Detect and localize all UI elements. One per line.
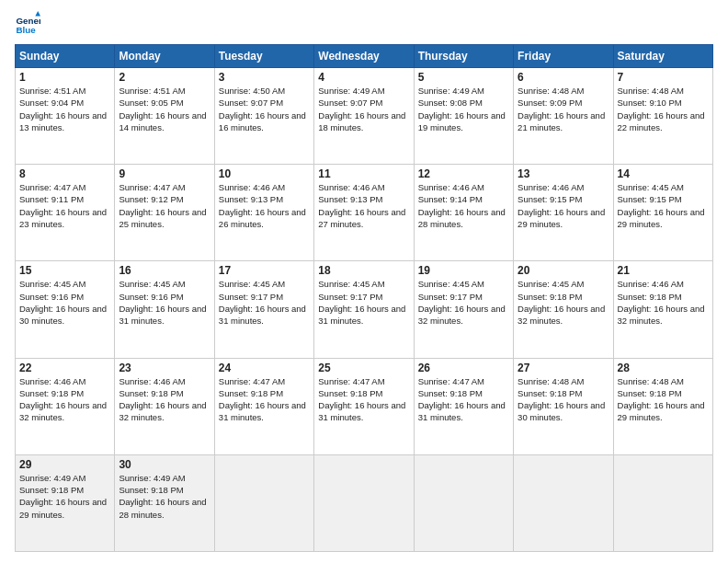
sunset-label: Sunset: 9:17 PM — [418, 292, 483, 302]
sunrise-label: Sunrise: 4:48 AM — [518, 86, 584, 96]
calendar-header-row: SundayMondayTuesdayWednesdayThursdayFrid… — [16, 45, 713, 68]
day-number: 28 — [618, 362, 709, 374]
sunset-label: Sunset: 9:18 PM — [219, 388, 283, 398]
day-info: Sunrise: 4:49 AM Sunset: 9:18 PM Dayligh… — [19, 472, 110, 521]
daylight-label: Daylight: 16 hours and 29 minutes. — [19, 497, 107, 519]
calendar-day-cell: 4 Sunrise: 4:49 AM Sunset: 9:07 PM Dayli… — [314, 68, 414, 165]
sunrise-label: Sunrise: 4:51 AM — [119, 86, 185, 96]
sunset-label: Sunset: 9:05 PM — [119, 98, 183, 108]
sunset-label: Sunset: 9:18 PM — [618, 388, 682, 398]
calendar-day-cell: 2 Sunrise: 4:51 AM Sunset: 9:05 PM Dayli… — [115, 68, 214, 165]
calendar-day-cell: 13 Sunrise: 4:46 AM Sunset: 9:15 PM Dayl… — [514, 165, 613, 261]
day-number: 13 — [518, 167, 609, 180]
day-info: Sunrise: 4:46 AM Sunset: 9:14 PM Dayligh… — [418, 181, 509, 230]
day-info: Sunrise: 4:48 AM Sunset: 9:18 PM Dayligh… — [518, 375, 609, 424]
sunrise-label: Sunrise: 4:47 AM — [19, 182, 85, 192]
sunrise-label: Sunrise: 4:46 AM — [518, 182, 584, 192]
sunset-label: Sunset: 9:14 PM — [418, 194, 483, 204]
sunset-label: Sunset: 9:16 PM — [19, 292, 84, 302]
calendar-day-cell: 25 Sunrise: 4:47 AM Sunset: 9:18 PM Dayl… — [314, 358, 414, 454]
day-info: Sunrise: 4:46 AM Sunset: 9:18 PM Dayligh… — [19, 375, 110, 424]
day-number: 18 — [318, 264, 409, 277]
calendar-day-cell: 27 Sunrise: 4:48 AM Sunset: 9:18 PM Dayl… — [514, 358, 613, 454]
sunset-label: Sunset: 9:13 PM — [318, 194, 382, 204]
calendar-day-cell: 12 Sunrise: 4:46 AM Sunset: 9:14 PM Dayl… — [414, 165, 513, 261]
day-number: 9 — [119, 167, 210, 180]
sunrise-label: Sunrise: 4:48 AM — [618, 376, 684, 386]
sunrise-label: Sunrise: 4:46 AM — [318, 182, 384, 192]
calendar-day-cell: 11 Sunrise: 4:46 AM Sunset: 9:13 PM Dayl… — [314, 165, 414, 261]
calendar-day-cell: 28 Sunrise: 4:48 AM Sunset: 9:18 PM Dayl… — [613, 358, 712, 454]
calendar-day-cell: 26 Sunrise: 4:47 AM Sunset: 9:18 PM Dayl… — [414, 358, 513, 454]
day-number: 20 — [518, 264, 609, 277]
sunset-label: Sunset: 9:09 PM — [518, 98, 582, 108]
sunset-label: Sunset: 9:18 PM — [119, 485, 183, 495]
sunrise-label: Sunrise: 4:49 AM — [19, 473, 85, 483]
sunrise-label: Sunrise: 4:47 AM — [219, 376, 285, 386]
daylight-label: Daylight: 16 hours and 29 minutes. — [618, 400, 705, 422]
sunrise-label: Sunrise: 4:48 AM — [618, 86, 684, 96]
daylight-label: Daylight: 16 hours and 25 minutes. — [119, 207, 206, 229]
day-info: Sunrise: 4:50 AM Sunset: 9:07 PM Dayligh… — [219, 85, 310, 133]
daylight-label: Daylight: 16 hours and 30 minutes. — [19, 304, 107, 326]
calendar-day-cell: 6 Sunrise: 4:48 AM Sunset: 9:09 PM Dayli… — [514, 68, 613, 165]
day-info: Sunrise: 4:46 AM Sunset: 9:18 PM Dayligh… — [119, 375, 210, 424]
sunrise-label: Sunrise: 4:46 AM — [418, 182, 484, 192]
sunrise-label: Sunrise: 4:46 AM — [119, 376, 185, 386]
daylight-label: Daylight: 16 hours and 13 minutes. — [19, 110, 107, 132]
calendar-week-row: 29 Sunrise: 4:49 AM Sunset: 9:18 PM Dayl… — [16, 454, 713, 551]
daylight-label: Daylight: 16 hours and 30 minutes. — [518, 400, 605, 422]
day-info: Sunrise: 4:51 AM Sunset: 9:04 PM Dayligh… — [19, 85, 110, 133]
day-number: 19 — [418, 264, 509, 277]
daylight-label: Daylight: 16 hours and 32 minutes. — [518, 304, 605, 326]
day-info: Sunrise: 4:45 AM Sunset: 9:18 PM Dayligh… — [518, 278, 609, 327]
day-number: 3 — [219, 71, 310, 84]
daylight-label: Daylight: 16 hours and 32 minutes. — [618, 304, 705, 326]
daylight-label: Daylight: 16 hours and 21 minutes. — [518, 110, 605, 132]
calendar-day-cell — [414, 454, 513, 551]
day-info: Sunrise: 4:47 AM Sunset: 9:18 PM Dayligh… — [418, 375, 509, 424]
calendar-day-cell: 19 Sunrise: 4:45 AM Sunset: 9:17 PM Dayl… — [414, 261, 513, 358]
day-number: 10 — [219, 167, 310, 180]
day-info: Sunrise: 4:45 AM Sunset: 9:16 PM Dayligh… — [19, 278, 110, 327]
sunrise-label: Sunrise: 4:46 AM — [618, 279, 684, 289]
sunset-label: Sunset: 9:18 PM — [19, 388, 84, 398]
day-info: Sunrise: 4:48 AM Sunset: 9:09 PM Dayligh… — [518, 85, 609, 133]
sunrise-label: Sunrise: 4:47 AM — [119, 182, 185, 192]
day-number: 5 — [418, 71, 509, 84]
daylight-label: Daylight: 16 hours and 31 minutes. — [219, 304, 306, 326]
day-number: 27 — [518, 362, 609, 374]
day-number: 1 — [19, 71, 110, 84]
sunset-label: Sunset: 9:18 PM — [19, 485, 84, 495]
sunset-label: Sunset: 9:17 PM — [219, 292, 283, 302]
sunrise-label: Sunrise: 4:45 AM — [618, 182, 684, 192]
day-number: 6 — [518, 71, 609, 84]
day-header: Wednesday — [314, 45, 414, 68]
sunrise-label: Sunrise: 4:47 AM — [418, 376, 484, 386]
calendar-day-cell: 9 Sunrise: 4:47 AM Sunset: 9:12 PM Dayli… — [115, 165, 214, 261]
day-info: Sunrise: 4:47 AM Sunset: 9:18 PM Dayligh… — [318, 375, 409, 424]
daylight-label: Daylight: 16 hours and 14 minutes. — [119, 110, 206, 132]
sunset-label: Sunset: 9:12 PM — [119, 194, 183, 204]
sunset-label: Sunset: 9:18 PM — [518, 292, 582, 302]
daylight-label: Daylight: 16 hours and 29 minutes. — [518, 207, 605, 229]
calendar-week-row: 22 Sunrise: 4:46 AM Sunset: 9:18 PM Dayl… — [16, 358, 713, 454]
sunset-label: Sunset: 9:18 PM — [418, 388, 483, 398]
calendar-day-cell: 17 Sunrise: 4:45 AM Sunset: 9:17 PM Dayl… — [214, 261, 313, 358]
day-info: Sunrise: 4:47 AM Sunset: 9:12 PM Dayligh… — [119, 181, 210, 230]
sunrise-label: Sunrise: 4:45 AM — [518, 279, 584, 289]
daylight-label: Daylight: 16 hours and 27 minutes. — [318, 207, 405, 229]
sunrise-label: Sunrise: 4:45 AM — [318, 279, 384, 289]
sunset-label: Sunset: 9:15 PM — [518, 194, 582, 204]
daylight-label: Daylight: 16 hours and 29 minutes. — [618, 207, 705, 229]
sunrise-label: Sunrise: 4:45 AM — [219, 279, 285, 289]
day-info: Sunrise: 4:49 AM Sunset: 9:18 PM Dayligh… — [119, 472, 210, 521]
sunset-label: Sunset: 9:18 PM — [518, 388, 582, 398]
daylight-label: Daylight: 16 hours and 23 minutes. — [19, 207, 107, 229]
day-info: Sunrise: 4:48 AM Sunset: 9:10 PM Dayligh… — [618, 85, 709, 133]
calendar-day-cell: 22 Sunrise: 4:46 AM Sunset: 9:18 PM Dayl… — [16, 358, 115, 454]
day-info: Sunrise: 4:47 AM Sunset: 9:11 PM Dayligh… — [19, 181, 110, 230]
sunrise-label: Sunrise: 4:50 AM — [219, 86, 285, 96]
daylight-label: Daylight: 16 hours and 16 minutes. — [219, 110, 306, 132]
day-header: Monday — [115, 45, 214, 68]
